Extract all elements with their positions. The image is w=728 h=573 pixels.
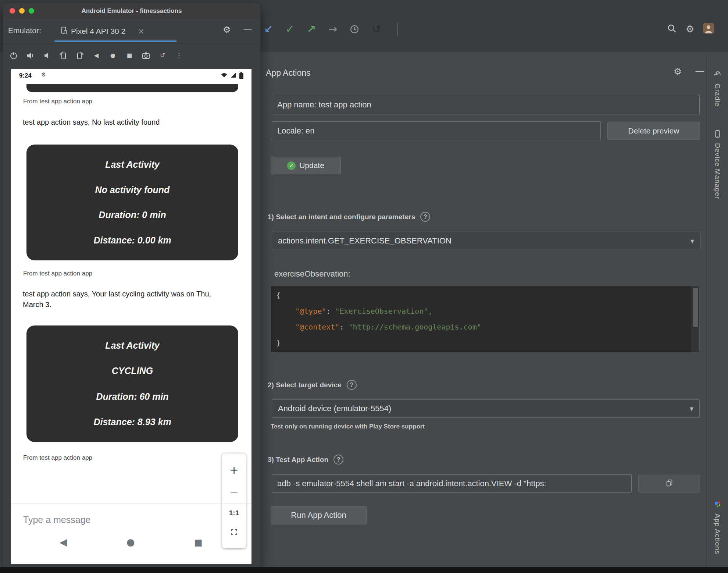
more-options-icon[interactable]: ⋮ (174, 53, 184, 58)
push-arrow-icon[interactable]: ↗ (307, 24, 316, 35)
minimize-window-button[interactable] (19, 8, 25, 14)
emulator-window: Android Emulator - fitnessactions Emulat… (3, 3, 260, 567)
message-sender-label: From test app action app (23, 454, 92, 462)
json-value: "http://schema.googleapis.com" (349, 323, 481, 331)
device-manager-tab-label: Device Manager (713, 143, 721, 199)
locale-field[interactable]: Locale: en (272, 121, 601, 140)
card-distance: Distance: 8.93 km (93, 417, 171, 427)
panel-minimize-icon[interactable]: — (695, 66, 704, 76)
card-title: Last Activity (105, 159, 160, 170)
rotate-left-icon[interactable] (58, 51, 68, 60)
emulator-titlebar[interactable]: Android Emulator - fitnessactions (3, 3, 260, 19)
code-line: } (276, 335, 699, 351)
chevron-down-icon: ▼ (690, 239, 694, 243)
copy-command-button[interactable] (638, 475, 700, 492)
volume-up-icon[interactable] (25, 51, 35, 60)
undo-icon[interactable]: ↺ (372, 24, 381, 35)
intent-parameters-editor[interactable]: { "@type": "ExerciseObservation", "@cont… (271, 286, 700, 352)
power-icon[interactable] (9, 51, 18, 60)
device-phone-icon (61, 26, 67, 36)
adb-command-input[interactable]: adb -s emulator-5554 shell am start -a a… (272, 474, 632, 493)
emulator-minimize-icon[interactable]: — (243, 25, 252, 34)
gradle-tab-label: Gradle (713, 83, 721, 107)
tab-pixel-4-api-30-2[interactable]: Pixel 4 API 30 2 × (54, 22, 176, 40)
card-duration: Duration: 0 min (99, 210, 166, 220)
zoom-in-button[interactable]: + (229, 465, 239, 476)
signal-icon (231, 72, 236, 79)
device-dropdown[interactable]: Android device (emulator-5554) ▼ (272, 399, 700, 418)
copy-icon (666, 479, 673, 488)
rotate-right-icon[interactable] (75, 51, 85, 60)
section-test-label: 3) Test App Action ? (268, 455, 343, 465)
update-button[interactable]: ✓ Update (271, 157, 341, 174)
run-arrow-icon[interactable]: → (328, 24, 337, 35)
close-tab-icon[interactable]: × (138, 28, 144, 35)
status-icons (221, 72, 243, 79)
ide-toolbar-right: ⚙ (667, 19, 714, 39)
intent-dropdown[interactable]: actions.intent.GET_EXERCISE_OBSERVATION … (272, 232, 700, 250)
commit-check-icon[interactable]: ✓ (285, 24, 294, 35)
intent-dropdown-value: actions.intent.GET_EXERCISE_OBSERVATION (278, 236, 452, 246)
chat-message: test app action says, Your last cycling … (23, 289, 216, 310)
activity-card: Last Activity No activity found Duration… (26, 145, 238, 260)
device-dropdown-value: Android device (emulator-5554) (278, 404, 391, 413)
panel-gear-icon[interactable]: ⚙ (674, 67, 682, 76)
device-manager-icon (713, 130, 721, 139)
phone-back-button[interactable]: ◀ (60, 537, 67, 547)
section-intent-label: 1) Select an intent and configure parame… (268, 212, 430, 222)
activity-card: Last Activity CYCLING Duration: 60 min D… (26, 325, 238, 442)
scrolled-card-remnant (26, 84, 238, 92)
test-help-icon[interactable]: ? (333, 455, 343, 465)
status-time: 9:24 (19, 72, 32, 79)
window-title: Android Emulator - fitnessactions (3, 3, 260, 19)
device-help-icon[interactable]: ? (347, 380, 357, 390)
run-app-action-button[interactable]: Run App Action (271, 506, 367, 524)
device-hint-text: Test only on running device with Play St… (271, 423, 425, 430)
phone-overview-button[interactable]: ■ (194, 538, 203, 547)
zoom-control-panel: + − 1:1 (222, 453, 246, 548)
zoom-ratio-button[interactable]: 1:1 (229, 509, 239, 517)
ide-main-toolbar: ↙ ✓ ↗ → ↺ (264, 18, 381, 40)
app-name-field[interactable]: App name: test app action (272, 95, 700, 114)
sidebar-item-app-actions[interactable]: App Actions (707, 500, 728, 554)
active-tab-underline (54, 40, 176, 42)
code-line: "@type": "ExerciseObservation", (276, 303, 699, 319)
volume-down-icon[interactable] (42, 51, 51, 60)
json-colon: : (326, 307, 335, 316)
battery-icon (239, 73, 243, 79)
back-button-icon[interactable]: ◀ (92, 53, 101, 58)
close-window-button[interactable] (10, 8, 15, 14)
tab-label: Pixel 4 API 30 2 (71, 27, 125, 36)
avatar[interactable] (703, 23, 714, 35)
overview-button-icon[interactable]: ■ (125, 53, 134, 58)
sidebar-item-device-manager[interactable]: Device Manager (707, 130, 728, 199)
section-intent-text: 1) Select an intent and configure parame… (268, 213, 415, 221)
screenshot-camera-icon[interactable] (141, 51, 151, 60)
update-project-icon[interactable]: ↙ (264, 24, 273, 35)
toolbar-separator (397, 23, 398, 36)
home-button-icon[interactable]: ● (108, 53, 118, 58)
phone-home-button[interactable]: ● (126, 537, 135, 547)
phone-status-bar: 9:24 ⚙ (11, 69, 251, 83)
emulator-tab-bar: Emulator: Pixel 4 API 30 2 × ⚙ — (3, 19, 260, 43)
json-colon: : (339, 323, 348, 331)
section-test-text: 3) Test App Action (268, 456, 328, 464)
zoom-out-button[interactable]: − (229, 487, 239, 498)
zoom-window-button[interactable] (29, 8, 34, 14)
settings-gear-icon[interactable]: ⚙ (686, 24, 694, 34)
emulator-settings-gear-icon[interactable]: ⚙ (223, 25, 231, 34)
wifi-icon (221, 72, 227, 79)
sidebar-item-gradle[interactable]: Gradle (707, 70, 728, 107)
search-icon[interactable] (667, 24, 677, 35)
card-activity: No activity found (95, 185, 170, 195)
section-device-label: 2) Select target device ? (268, 380, 357, 390)
delete-preview-button[interactable]: Delete preview (607, 122, 700, 140)
message-sender-label: From test app action app (23, 98, 92, 105)
message-input[interactable]: Type a message (23, 515, 90, 525)
fit-screen-icon[interactable] (231, 528, 238, 537)
scrollbar-thumb[interactable] (693, 288, 698, 327)
card-distance: Distance: 0.00 km (93, 235, 171, 246)
rotate-screen-icon[interactable]: ↺ (158, 53, 167, 58)
intent-help-icon[interactable]: ? (420, 212, 430, 222)
history-clock-icon[interactable] (350, 24, 359, 34)
